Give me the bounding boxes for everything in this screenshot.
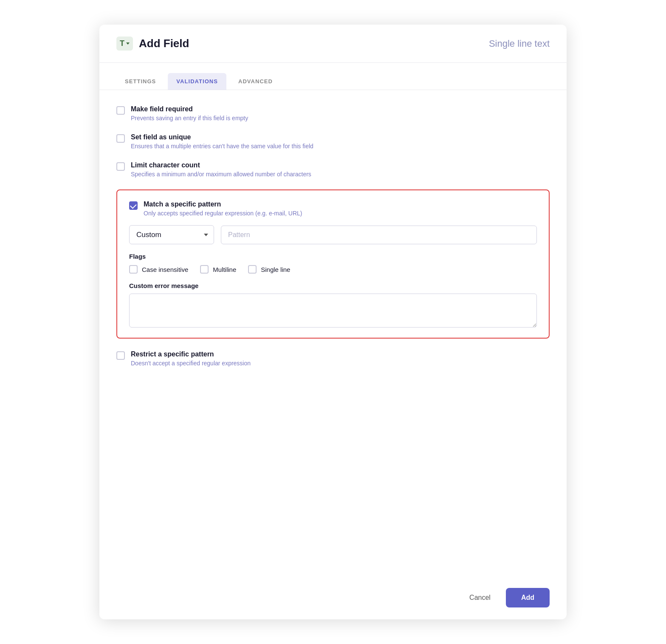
limit-char-checkbox-wrapper bbox=[116, 162, 125, 171]
modal-footer: Cancel Add bbox=[99, 576, 567, 619]
restrict-pattern-label: Restrict a specific pattern bbox=[131, 350, 251, 358]
set-unique-checkbox[interactable] bbox=[116, 134, 125, 143]
make-required-checkbox-wrapper bbox=[116, 106, 125, 115]
match-pattern-checkbox[interactable] bbox=[129, 201, 138, 210]
tab-validations[interactable]: VALIDATIONS bbox=[168, 73, 226, 90]
validation-set-unique: Set field as unique Ensures that a multi… bbox=[116, 133, 550, 150]
set-unique-label: Set field as unique bbox=[131, 133, 313, 141]
match-pattern-text: Match a specific pattern Only accepts sp… bbox=[144, 201, 302, 217]
flag-single-line-checkbox[interactable] bbox=[248, 265, 257, 274]
flag-single-line[interactable]: Single line bbox=[248, 265, 290, 274]
pattern-select[interactable]: Custom Email URL bbox=[129, 225, 214, 244]
cancel-button[interactable]: Cancel bbox=[461, 589, 499, 607]
match-pattern-checkbox-wrapper bbox=[129, 201, 138, 210]
type-badge-dropdown-icon bbox=[126, 42, 130, 45]
limit-char-desc: Specifies a minimum and/or maximum allow… bbox=[131, 171, 311, 178]
pattern-text-input[interactable] bbox=[221, 226, 537, 244]
set-unique-desc: Ensures that a multiple entries can't ha… bbox=[131, 143, 313, 150]
make-required-text: Make field required Prevents saving an e… bbox=[131, 105, 248, 121]
tabs-container: SETTINGS VALIDATIONS ADVANCED bbox=[99, 63, 567, 90]
limit-char-label: Limit character count bbox=[131, 161, 311, 169]
add-button[interactable]: Add bbox=[506, 588, 550, 607]
restrict-pattern-desc: Doesn't accept a specified regular expre… bbox=[131, 360, 251, 367]
flag-case-insensitive-checkbox[interactable] bbox=[129, 265, 138, 274]
make-required-label: Make field required bbox=[131, 105, 248, 113]
set-unique-checkbox-wrapper bbox=[116, 134, 125, 143]
restrict-pattern-text: Restrict a specific pattern Doesn't acce… bbox=[131, 350, 251, 367]
limit-char-checkbox[interactable] bbox=[116, 162, 125, 171]
make-required-desc: Prevents saving an entry if this field i… bbox=[131, 115, 248, 121]
limit-char-text: Limit character count Specifies a minimu… bbox=[131, 161, 311, 178]
tab-settings[interactable]: SETTINGS bbox=[116, 73, 164, 90]
validation-make-required: Make field required Prevents saving an e… bbox=[116, 105, 550, 121]
flag-multiline[interactable]: Multiline bbox=[200, 265, 236, 274]
error-msg-label: Custom error message bbox=[129, 282, 537, 289]
match-pattern-label: Match a specific pattern bbox=[144, 201, 302, 208]
restrict-pattern-checkbox-wrapper bbox=[116, 351, 125, 360]
flag-case-insensitive[interactable]: Case insensitive bbox=[129, 265, 188, 274]
flag-single-line-label: Single line bbox=[261, 266, 290, 273]
header-left: T Add Field bbox=[116, 37, 189, 51]
set-unique-text: Set field as unique Ensures that a multi… bbox=[131, 133, 313, 150]
match-pattern-desc: Only accepts specified regular expressio… bbox=[144, 210, 302, 217]
pattern-select-wrapper: Custom Email URL bbox=[129, 225, 214, 244]
flag-multiline-label: Multiline bbox=[213, 266, 236, 273]
validation-restrict-pattern: Restrict a specific pattern Doesn't acce… bbox=[116, 350, 550, 367]
error-msg-section: Custom error message bbox=[129, 282, 537, 328]
flags-label: Flags bbox=[129, 253, 537, 260]
match-pattern-section: Match a specific pattern Only accepts sp… bbox=[116, 189, 550, 339]
match-pattern-header: Match a specific pattern Only accepts sp… bbox=[129, 201, 537, 217]
type-badge[interactable]: T bbox=[116, 37, 133, 51]
flag-case-insensitive-label: Case insensitive bbox=[142, 266, 188, 273]
modal-header: T Add Field Single line text bbox=[99, 25, 567, 63]
validation-limit-char: Limit character count Specifies a minimu… bbox=[116, 161, 550, 178]
modal-content: Make field required Prevents saving an e… bbox=[99, 90, 567, 576]
modal-type-label: Single line text bbox=[489, 38, 550, 49]
error-msg-textarea[interactable] bbox=[129, 294, 537, 328]
type-badge-letter: T bbox=[120, 39, 124, 48]
flag-multiline-checkbox[interactable] bbox=[200, 265, 209, 274]
tab-advanced[interactable]: ADVANCED bbox=[230, 73, 281, 90]
restrict-pattern-checkbox[interactable] bbox=[116, 351, 125, 360]
modal: T Add Field Single line text SETTINGS VA… bbox=[99, 25, 567, 619]
modal-title: Add Field bbox=[139, 37, 189, 50]
make-required-checkbox[interactable] bbox=[116, 106, 125, 115]
pattern-inputs-row: Custom Email URL bbox=[129, 225, 537, 244]
flags-row: Case insensitive Multiline Single line bbox=[129, 265, 537, 274]
flags-section: Flags Case insensitive Multiline bbox=[129, 253, 537, 274]
